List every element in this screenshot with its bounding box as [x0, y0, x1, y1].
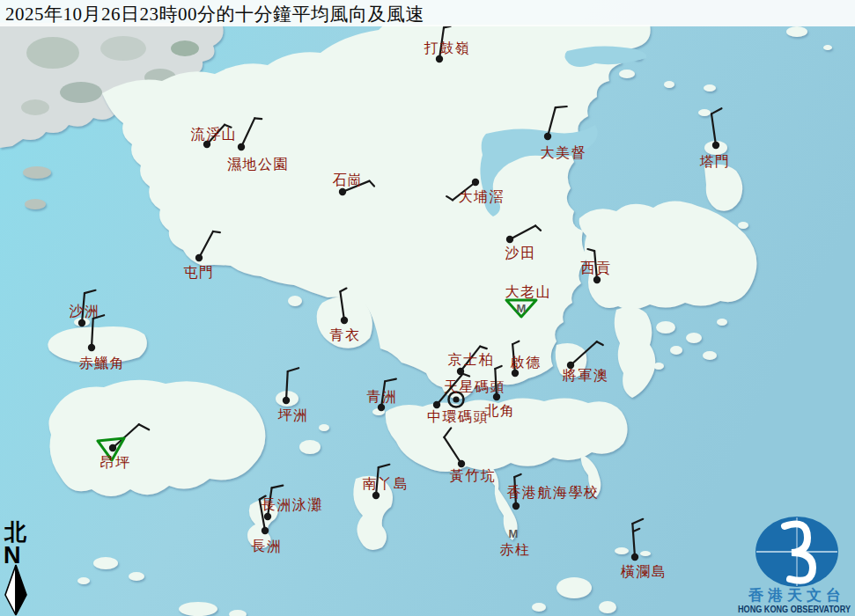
- station-label: 沙田: [505, 246, 536, 260]
- station-label: 大埔滘: [459, 189, 505, 204]
- islet: [664, 81, 674, 88]
- station-label: 打鼓嶺: [424, 40, 471, 55]
- shenzhen-texture: [21, 99, 49, 115]
- station-dot: [203, 141, 210, 148]
- station-dot: [512, 370, 519, 377]
- islet-port-shelter: [717, 319, 727, 326]
- missing-data-marker: M: [517, 302, 527, 315]
- shenzhen-texture: [26, 37, 79, 69]
- islet: [532, 603, 546, 612]
- station-label: 京士柏: [448, 352, 495, 367]
- station-label: 流浮山: [191, 127, 238, 142]
- station-dot: [378, 404, 385, 411]
- wind-barb-full: [556, 106, 567, 107]
- station-dot: [433, 401, 440, 408]
- station-dot: [341, 317, 348, 324]
- station-label: 啟德: [511, 355, 542, 370]
- station-label: 將軍澳: [563, 368, 609, 383]
- station-label: 屯門: [184, 265, 215, 280]
- island-hei-ling-chau: [299, 440, 321, 454]
- station-label: 青洲: [367, 389, 398, 404]
- station-dot: [493, 393, 500, 400]
- islet-port-shelter: [686, 333, 702, 343]
- station-dot: [593, 276, 601, 283]
- map-title: 2025年10月26日23時00分的十分鐘平均風向及風速: [5, 4, 424, 25]
- hko-logo-name-en: HONG KONG OBSERVATORY: [738, 605, 851, 614]
- hko-logo-name-zh: 香港天文台: [748, 587, 845, 604]
- islet-waglan: [640, 551, 651, 556]
- station-dot: [506, 236, 513, 243]
- station-label: 香港航海學校: [507, 485, 600, 500]
- islet: [129, 572, 144, 581]
- station-dot: [436, 55, 443, 62]
- islet-port-shelter: [653, 363, 664, 370]
- islet: [599, 601, 616, 613]
- shenzhen-texture: [60, 82, 102, 103]
- islet-waglan: [615, 547, 629, 554]
- station-dot: [238, 143, 245, 150]
- islet: [704, 84, 716, 92]
- station-dot: [472, 179, 479, 186]
- islet: [565, 34, 583, 43]
- station-label: 坪洲: [278, 407, 309, 422]
- island-po-toi: [556, 577, 592, 598]
- islet-port-shelter: [656, 321, 675, 334]
- station-dot: [283, 397, 290, 404]
- station-label: 青衣: [330, 327, 361, 342]
- islet: [698, 109, 711, 116]
- deep-bay-islet: [25, 199, 46, 209]
- islet: [823, 45, 832, 50]
- station-dot: [712, 142, 719, 149]
- station-dot: [195, 254, 203, 261]
- station-dot: [512, 502, 520, 510]
- island-soko: [93, 557, 118, 569]
- title-band: 2025年10月26日23時00分的十分鐘平均風向及風速: [0, 0, 855, 26]
- calm-wind-dot: [453, 396, 459, 402]
- islet: [786, 26, 807, 37]
- station-dot: [262, 527, 269, 534]
- station-label: 西貢: [581, 260, 612, 276]
- station-label: 大老山: [505, 284, 552, 299]
- wind-map: 打鼓嶺流浮山濕地公園石崗大埔滘大美督塔門屯門沙洲赤鱲角青衣沙田西貢M大老山京士柏…: [0, 0, 855, 616]
- islet: [77, 577, 90, 584]
- station-label: 赤鱲角: [79, 356, 126, 370]
- islet-port-shelter: [670, 346, 682, 355]
- shenzhen-texture: [100, 36, 146, 61]
- islet-port-shelter: [703, 351, 717, 360]
- wind-barb-half: [213, 231, 220, 232]
- station-label: 北角: [485, 403, 516, 418]
- compass-letter-n: N: [4, 542, 21, 568]
- station-label: 黃竹坑: [450, 468, 497, 483]
- islet-ma-wan: [288, 296, 302, 306]
- wind-map-page: 打鼓嶺流浮山濕地公園石崗大埔滘大美督塔門屯門沙洲赤鱲角青衣沙田西貢M大老山京士柏…: [0, 0, 855, 616]
- missing-data-marker: M: [509, 527, 519, 540]
- station-label: 南丫島: [363, 476, 409, 491]
- station-dot: [264, 513, 271, 520]
- station-dot: [339, 188, 346, 195]
- station-label: 大美督: [541, 145, 587, 160]
- islet-kat-o: [619, 70, 635, 78]
- islet: [179, 602, 217, 616]
- station-dot: [631, 554, 638, 561]
- compass-hanzi: 北: [4, 520, 27, 544]
- station-dot: [109, 444, 116, 451]
- station-dot: [544, 133, 551, 140]
- wind-barb-half: [254, 118, 262, 119]
- station-dot: [458, 460, 465, 467]
- deep-bay-islet: [23, 166, 51, 179]
- station-label: 塔門: [700, 154, 731, 169]
- station-label: 昂坪: [100, 455, 131, 470]
- station-dot: [78, 319, 85, 326]
- station-dot: [88, 344, 95, 351]
- station-label: 石崗: [333, 172, 364, 187]
- station-label: 橫瀾島: [621, 564, 667, 579]
- station-dot: [372, 492, 380, 499]
- station-label: 長洲泳灘: [262, 497, 323, 512]
- islet: [610, 35, 623, 42]
- station-label: 沙洲: [70, 304, 100, 319]
- station-label: 濕地公園: [227, 157, 289, 172]
- islet: [738, 222, 748, 229]
- islet: [682, 207, 695, 216]
- station-label: 赤柱: [500, 542, 531, 557]
- station-label: 長洲: [252, 539, 283, 554]
